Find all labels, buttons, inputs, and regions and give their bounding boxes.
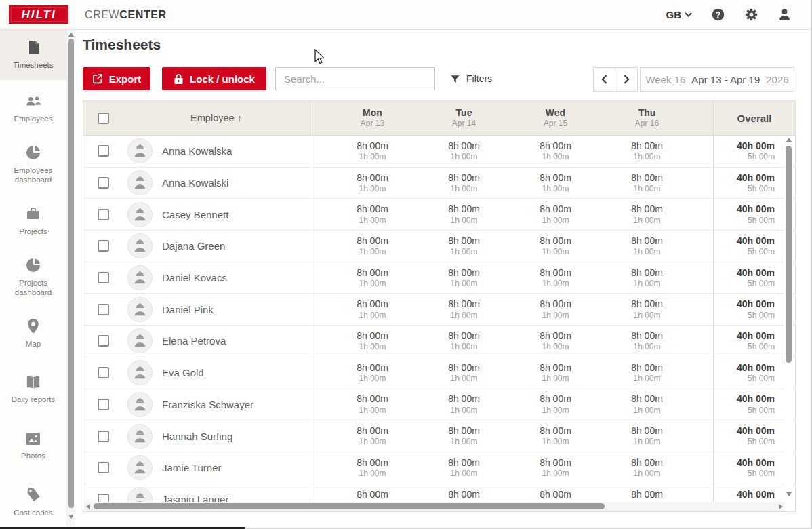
scroll-down-arrow[interactable] <box>68 515 74 519</box>
day-hours-cell[interactable]: 8h 00m 1h 00m <box>601 452 693 484</box>
day-hours-cell[interactable]: 8h 00m 1h 00m <box>510 168 601 199</box>
timesheet-row[interactable]: Jasmin Langer 8h 00m 1h 00m 8h 00m 1h 00… <box>83 484 795 504</box>
timesheet-row[interactable]: Daniel Pink 8h 00m 1h 00m 8h 00m 1h 00m … <box>83 294 795 326</box>
sidebar-item-photos[interactable]: Photos <box>0 418 66 474</box>
profile-button[interactable] <box>777 7 792 22</box>
day-hours-cell[interactable]: 8h 00m 1h 00m <box>327 389 418 420</box>
sidebar-item-daily-reports[interactable]: Daily reports <box>0 361 66 418</box>
row-checkbox[interactable] <box>98 399 109 410</box>
sidebar-item-employees-dashboard[interactable]: Employees dashboard <box>0 136 66 193</box>
day-hours-cell[interactable]: 8h 00m 1h 00m <box>510 231 601 262</box>
scroll-left-arrow[interactable] <box>86 504 90 509</box>
day-hours-cell[interactable]: 8h 00m 1h 00m <box>510 262 601 294</box>
day-hours-cell[interactable]: 8h 00m 1h 00m <box>510 294 601 325</box>
day-hours-cell[interactable]: 8h 00m 1h 00m <box>510 357 601 389</box>
week-selector[interactable]: Week 16 Apr 13 - Apr 19 2026 <box>640 67 794 92</box>
day-column-header[interactable]: Tue Apr 14 <box>418 101 510 135</box>
timesheet-row[interactable]: Jamie Turner 8h 00m 1h 00m 8h 00m 1h 00m… <box>83 452 795 484</box>
day-hours-cell[interactable]: 8h 00m 1h 00m <box>327 262 418 294</box>
lock-unlock-button[interactable]: Lock / unlock <box>162 67 266 90</box>
day-hours-cell[interactable]: 8h 00m 1h 00m <box>601 168 693 199</box>
day-hours-cell[interactable]: 8h 00m 1h 00m <box>601 484 693 504</box>
day-hours-cell[interactable]: 8h 00m 1h 00m <box>418 168 510 199</box>
day-hours-cell[interactable]: 8h 00m 1h 00m <box>418 199 510 230</box>
employee-column-header[interactable]: Employee ↑ <box>123 101 310 135</box>
day-hours-cell[interactable]: 8h 00m 1h 00m <box>510 452 601 484</box>
row-checkbox[interactable] <box>98 145 109 157</box>
horizontal-scroll-thumb[interactable] <box>94 503 605 509</box>
scroll-up-arrow[interactable] <box>786 138 792 142</box>
sidebar-item-cost-codes[interactable]: Cost codes <box>0 474 66 529</box>
timesheet-row[interactable]: Dajana Green 8h 00m 1h 00m 8h 00m 1h 00m… <box>83 231 795 262</box>
sidebar-scroll-thumb[interactable] <box>68 39 74 508</box>
table-horizontal-scrollbar[interactable] <box>84 502 785 511</box>
day-hours-cell[interactable]: 8h 00m 1h 00m <box>601 231 693 262</box>
day-hours-cell[interactable]: 8h 00m 1h 00m <box>601 199 693 230</box>
day-hours-cell[interactable]: 8h 00m 1h 00m <box>418 357 510 389</box>
row-checkbox[interactable] <box>98 335 109 347</box>
help-button[interactable]: ? <box>710 7 725 22</box>
scroll-down-arrow[interactable] <box>786 492 792 496</box>
day-hours-cell[interactable]: 8h 00m 1h 00m <box>601 326 693 357</box>
next-week-button[interactable] <box>615 67 638 92</box>
day-hours-cell[interactable]: 8h 00m 1h 00m <box>510 420 601 452</box>
day-hours-cell[interactable]: 8h 00m 1h 00m <box>418 262 510 294</box>
day-hours-cell[interactable]: 8h 00m 1h 00m <box>418 231 510 262</box>
day-hours-cell[interactable]: 8h 00m 1h 00m <box>418 484 510 504</box>
search-input[interactable] <box>275 67 435 90</box>
day-hours-cell[interactable]: 8h 00m 1h 00m <box>510 199 601 230</box>
day-hours-cell[interactable]: 8h 00m 1h 00m <box>601 420 693 452</box>
day-hours-cell[interactable]: 8h 00m 1h 00m <box>418 136 510 167</box>
day-hours-cell[interactable]: 8h 00m 1h 00m <box>327 199 418 230</box>
day-hours-cell[interactable]: 8h 00m 1h 00m <box>327 294 418 325</box>
day-hours-cell[interactable]: 8h 00m 1h 00m <box>510 389 601 420</box>
language-selector[interactable]: GB <box>666 9 693 20</box>
day-hours-cell[interactable]: 8h 00m 1h 00m <box>510 326 601 357</box>
timesheet-row[interactable]: Casey Bennett 8h 00m 1h 00m 8h 00m 1h 00… <box>83 199 795 231</box>
sidebar-item-timesheets[interactable]: Timesheets <box>0 30 66 80</box>
vertical-scroll-thumb[interactable] <box>786 146 792 363</box>
day-hours-cell[interactable]: 8h 00m 1h 00m <box>418 389 510 420</box>
day-hours-cell[interactable]: 8h 00m 1h 00m <box>327 168 418 199</box>
row-checkbox[interactable] <box>98 240 109 252</box>
row-checkbox[interactable] <box>98 177 109 189</box>
sidebar-item-employees[interactable]: Employees <box>0 80 66 136</box>
day-hours-cell[interactable]: 8h 00m 1h 00m <box>327 231 418 262</box>
day-hours-cell[interactable]: 8h 00m 1h 00m <box>327 420 418 452</box>
day-column-header[interactable]: Wed Apr 15 <box>510 101 601 135</box>
day-hours-cell[interactable]: 8h 00m 1h 00m <box>418 294 510 325</box>
scroll-right-arrow[interactable] <box>779 504 783 509</box>
timesheet-row[interactable]: Hannah Surfing 8h 00m 1h 00m 8h 00m 1h 0… <box>83 420 795 452</box>
filters-button[interactable]: Filters <box>450 73 492 84</box>
row-checkbox[interactable] <box>98 304 109 315</box>
row-checkbox[interactable] <box>98 462 109 473</box>
sidebar-scrollbar[interactable] <box>66 30 75 527</box>
row-checkbox[interactable] <box>98 272 109 283</box>
export-button[interactable]: Export <box>83 67 150 90</box>
sidebar-item-map[interactable]: Map <box>0 305 66 361</box>
day-hours-cell[interactable]: 8h 00m 1h 00m <box>418 420 510 452</box>
sidebar-item-projects[interactable]: Projects <box>0 193 66 249</box>
day-hours-cell[interactable]: 8h 00m 1h 00m <box>601 357 693 389</box>
select-all-checkbox[interactable] <box>98 113 109 124</box>
day-hours-cell[interactable]: 8h 00m 1h 00m <box>418 326 510 357</box>
day-hours-cell[interactable]: 8h 00m 1h 00m <box>510 484 601 504</box>
day-hours-cell[interactable]: 8h 00m 1h 00m <box>601 294 693 325</box>
timesheet-row[interactable]: Franziska Schwayer 8h 00m 1h 00m 8h 00m … <box>83 389 795 421</box>
day-hours-cell[interactable]: 8h 00m 1h 00m <box>601 262 693 294</box>
day-hours-cell[interactable]: 8h 00m 1h 00m <box>601 389 693 420</box>
day-column-header[interactable]: Thu Apr 16 <box>601 101 693 135</box>
day-hours-cell[interactable]: 8h 00m 1h 00m <box>327 326 418 357</box>
previous-week-button[interactable] <box>593 67 615 92</box>
day-hours-cell[interactable]: 8h 00m 1h 00m <box>327 484 418 504</box>
timesheet-row[interactable]: Daniel Kovacs 8h 00m 1h 00m 8h 00m 1h 00… <box>83 262 795 294</box>
scroll-up-arrow[interactable] <box>68 33 74 37</box>
day-hours-cell[interactable]: 8h 00m 1h 00m <box>510 136 601 167</box>
timesheet-row[interactable]: Anna Kowalski 8h 00m 1h 00m 8h 00m 1h 00… <box>83 168 795 199</box>
timesheet-row[interactable]: Eva Gold 8h 00m 1h 00m 8h 00m 1h 00m 8h … <box>83 357 795 389</box>
day-hours-cell[interactable]: 8h 00m 1h 00m <box>601 136 693 167</box>
day-hours-cell[interactable]: 8h 00m 1h 00m <box>327 136 418 167</box>
timesheet-row[interactable]: Anna Kowalska 8h 00m 1h 00m 8h 00m 1h 00… <box>83 136 795 168</box>
day-hours-cell[interactable]: 8h 00m 1h 00m <box>418 452 510 484</box>
day-hours-cell[interactable]: 8h 00m 1h 00m <box>327 357 418 389</box>
